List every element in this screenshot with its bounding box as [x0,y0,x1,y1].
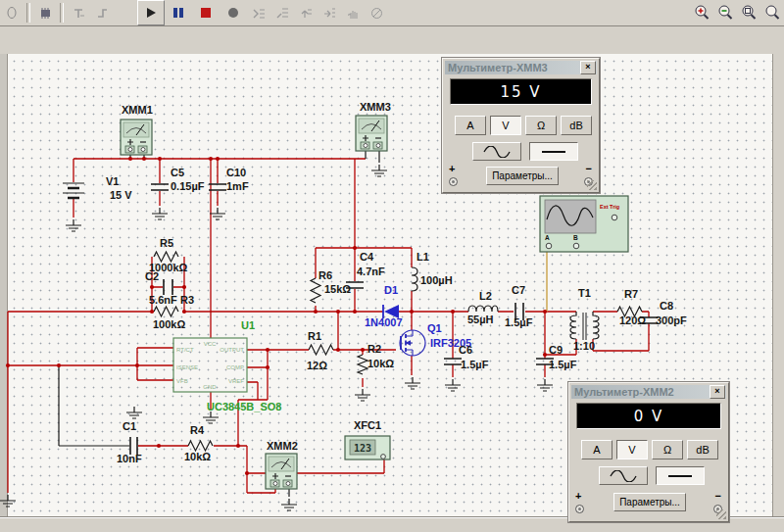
label-l1-ref: L1 [416,251,429,263]
step-out-icon[interactable] [294,1,318,24]
xmm3-plus-terminal [449,177,458,186]
label-c10-ref: C10 [226,167,246,178]
xmm3-volt-button[interactable]: V [490,116,521,135]
label-u1-ref: U1 [241,319,255,331]
label-c6-ref: C6 [459,344,472,356]
simulation-toolbar [0,0,784,26]
label-c7-value: 1.5µF [505,316,532,328]
xmm2-plus-terminal [575,505,584,513]
label-r2-ref: R2 [368,343,381,355]
xmm2-plus-label: + [575,490,581,502]
xmm2-db-button[interactable]: dB [687,440,718,459]
xmm3-resize-grip[interactable] [587,180,597,190]
breakpoint-hand-icon[interactable] [341,1,365,24]
xmm3-ac-button[interactable] [472,142,521,161]
xmm2-dc-button[interactable] [656,466,705,485]
dc-icon [542,151,565,153]
xmm3-db-button[interactable]: dB [561,116,592,135]
vertical-scrollbar[interactable] [772,54,784,517]
annotation-pin-icon[interactable] [0,1,24,24]
record-button[interactable] [220,0,247,25]
label-xfc1: XFC1 [354,419,381,431]
label-l1-value: 100µH [420,274,453,286]
pause-button[interactable] [165,0,192,25]
xmm2-title: Мультиметр-XMM2 [571,386,710,398]
label-icon[interactable] [67,1,90,24]
xmm3-title: Мультиметр-XMM3 [445,62,580,73]
step-over-icon[interactable] [270,1,294,24]
label-d1-ref: D1 [384,284,398,296]
stop-button[interactable] [192,0,220,25]
label-c4-ref: C4 [360,251,373,263]
xmm3-ohm-button[interactable]: Ω [525,116,557,135]
label-c4-value: 4.7nF [357,266,385,277]
xmm2-params-button[interactable]: Параметры... [613,493,686,511]
zoom-in-button[interactable] [690,1,713,24]
zoom-out-button[interactable] [713,1,737,24]
label-r1-ref: R1 [308,330,321,342]
label-r7-value: 120Ω [619,314,646,326]
label-r6-value: 15kΩ [324,283,351,295]
run-to-cursor-icon[interactable] [318,1,341,24]
xmm2-minus-label: − [715,490,721,502]
toolbar-separator [60,3,64,23]
label-c1-ref: C1 [122,420,136,432]
label-xmm2: XMM2 [267,440,298,452]
xmm2-ohm-button[interactable]: Ω [652,440,683,459]
xmm2-title-bar[interactable]: Мультиметр-XMM2 × [571,385,726,399]
multimeter-xmm3-window[interactable]: Мультиметр-XMM3 × 15 V A V Ω dB + Параме… [442,58,600,193]
label-q1-ref: Q1 [427,322,442,334]
xmm2-resize-grip[interactable] [716,509,726,519]
xmm2-ac-button[interactable] [599,466,648,485]
edit-component-icon[interactable] [33,1,57,24]
label-c9-ref: C9 [549,344,563,356]
label-r4-ref: R4 [190,424,204,436]
label-c8-ref: C8 [660,300,673,312]
label-c6-value: 1.5µF [461,359,488,370]
xmm3-params-button[interactable]: Параметры... [486,167,559,185]
label-c8-value: 300pF [656,314,687,326]
zoom-fit-button[interactable] [760,1,784,24]
label-c5-value: 0.15µF [171,180,204,192]
run-button[interactable] [137,0,165,25]
xmm3-wave-buttons [472,142,578,161]
xmm3-ampere-button[interactable]: A [455,116,486,135]
label-r1-value: 12Ω [307,360,327,371]
step-into-icon[interactable] [247,1,270,24]
xmm2-volt-button[interactable]: V [616,440,648,459]
label-d1-value: 1N4007 [365,316,403,328]
label-r4-value: 10kΩ [184,451,211,462]
dc-icon [668,475,692,477]
label-l2-value: 55µH [467,314,494,325]
label-t1-value: 1:10 [573,340,595,352]
canvas-left-margin [0,54,8,517]
xmm3-reading-display: 15 V [450,78,592,105]
sine-icon [609,470,638,482]
xmm3-title-bar[interactable]: Мультиметр-XMM3 × [445,61,597,74]
wire-corner-icon[interactable] [90,1,114,24]
xmm3-dc-button[interactable] [529,142,578,161]
xmm2-close-button[interactable]: × [710,385,725,399]
label-c5-ref: C5 [171,167,184,178]
label-xmm3: XMM3 [360,101,391,113]
label-u1-part: UC3845B_SO8 [207,401,281,412]
label-c9-value: 1.5µF [549,359,576,370]
label-t1-ref: T1 [578,287,591,299]
xmm3-close-button[interactable]: × [580,61,596,74]
xmm3-plus-label: + [449,163,455,174]
label-r5-ref: R5 [160,237,173,249]
xmm3-minus-label: − [586,163,592,174]
label-r7-ref: R7 [624,288,638,300]
label-v1-ref: V1 [106,175,119,187]
label-c1-value: 10nF [117,453,142,464]
label-r2-value: 10kΩ [368,358,394,369]
label-c7-ref: C7 [512,284,525,296]
xmm2-ampere-button[interactable]: A [581,440,612,459]
label-c2-value: 5.6nF [149,294,177,306]
zoom-area-button[interactable] [737,1,760,24]
xmm3-mode-buttons: A V Ω dB [455,116,592,135]
multimeter-xmm2-window[interactable]: Мультиметр-XMM2 × 0 V A V Ω dB + Парамет… [568,382,729,522]
sine-icon [482,146,512,158]
label-c2-ref: C2 [145,270,159,282]
remove-breakpoint-icon[interactable] [365,1,388,24]
